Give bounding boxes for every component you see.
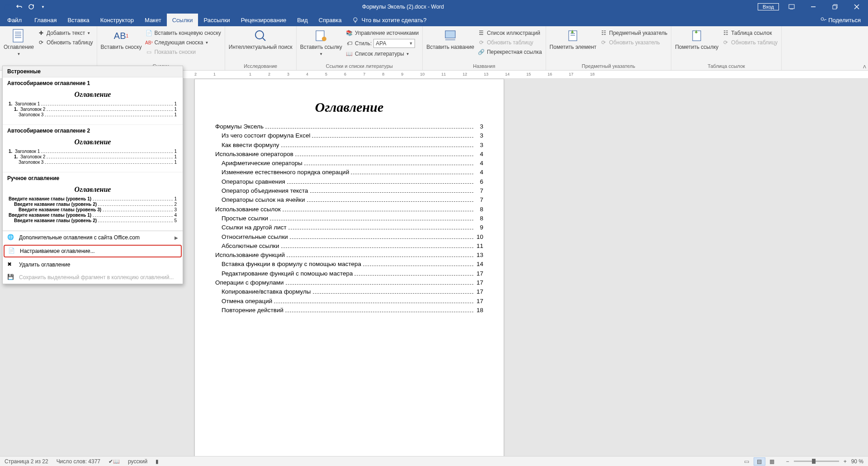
status-spellcheck-icon[interactable]: ✔📖	[108, 458, 120, 465]
add-text-icon: ✚	[38, 29, 45, 37]
list-icon: ☰	[478, 29, 485, 37]
gallery-custom-toc[interactable]: 📄Настраиваемое оглавление...	[4, 245, 182, 257]
view-print-icon[interactable]: ▤	[754, 457, 765, 466]
tab-mailings[interactable]: Рассылки	[198, 14, 235, 26]
update-index-button[interactable]: ⟳Обновить указатель	[598, 38, 669, 47]
status-language[interactable]: русский	[128, 458, 147, 465]
insert-caption-button[interactable]: Вставить название	[425, 28, 476, 52]
toc-row[interactable]: Отмена операций17	[215, 298, 483, 304]
toc-row[interactable]: Простые ссылки8	[215, 215, 483, 222]
toc-row[interactable]: Копирование/вставка формулы17	[215, 288, 483, 295]
insert-footnote-button[interactable]: AB1 Вставить сноску	[99, 28, 144, 52]
next-footnote-button[interactable]: AB¹Следующая сноска ▼	[143, 38, 222, 47]
undo-icon[interactable]	[14, 1, 25, 12]
update-index-icon: ⟳	[600, 39, 607, 46]
zoom-level[interactable]: 90 %	[851, 458, 863, 465]
toc-row[interactable]: Относительные ссылки10	[215, 233, 483, 240]
tab-references[interactable]: Ссылки	[167, 14, 198, 26]
toc-label: Оглавление	[4, 44, 34, 50]
toc-row[interactable]: Повторение действий18	[215, 307, 483, 314]
svg-point-13	[255, 31, 264, 39]
gallery-more-office[interactable]: 🌐Дополнительные оглавления с сайта Offic…	[3, 231, 183, 244]
toc-button[interactable]: Оглавление▼	[2, 28, 36, 58]
ribbon: Оглавление▼ ✚Добавить текст ▼ ⟳Обновить …	[0, 26, 868, 71]
gallery-save-selection: 💾Сохранить выделенный фрагмент в коллекц…	[3, 271, 183, 284]
bibliography-icon: 📖	[346, 50, 353, 57]
gallery-auto1[interactable]: Автособираемое оглавление 1 Оглавление 1…	[3, 77, 183, 125]
view-read-icon[interactable]: ▭	[741, 457, 753, 466]
redo-icon[interactable]	[26, 1, 37, 12]
maximize-icon[interactable]	[826, 0, 844, 14]
update-toa-icon: ⟳	[722, 39, 729, 46]
smart-lookup-button[interactable]: Интеллектуальный поиск	[227, 28, 294, 52]
insert-endnote-button[interactable]: 📄Вставить концевую сноску	[143, 29, 222, 38]
toc-row[interactable]: Формулы Эксель3	[215, 123, 483, 130]
index-icon: ☷	[600, 29, 607, 37]
toc-row[interactable]: Абсолютные ссылки11	[215, 243, 483, 249]
toc-gallery: Встроенные Автособираемое оглавление 1 О…	[2, 66, 183, 284]
zoom-slider[interactable]	[794, 461, 839, 462]
gallery-auto2[interactable]: Автособираемое оглавление 2 Оглавление 1…	[3, 125, 183, 172]
toc-row[interactable]: Использование операторов4	[215, 151, 483, 157]
toc-row[interactable]: Как ввести формулу3	[215, 142, 483, 148]
toc-row[interactable]: Использование ссылок8	[215, 206, 483, 213]
bibliography-button[interactable]: 📖Список литературы ▼	[344, 49, 420, 58]
qat-customize-icon[interactable]: ▼	[38, 1, 48, 12]
toc-row[interactable]: Из чего состоит формула Excel3	[215, 132, 483, 139]
share-button[interactable]: Поделиться	[820, 14, 868, 26]
update-toa-button[interactable]: ⟳Обновить таблицу	[720, 38, 779, 47]
save-icon[interactable]	[2, 1, 13, 12]
tell-me[interactable]: Что вы хотите сделать?	[347, 14, 427, 26]
update-figures-icon: ⟳	[478, 39, 485, 46]
tab-insert[interactable]: Вставка	[62, 14, 94, 26]
view-web-icon[interactable]: ▦	[766, 457, 778, 466]
toc-row[interactable]: Операторы сравнения6	[215, 178, 483, 185]
gallery-remove-toc[interactable]: ✖Удалить оглавление	[3, 258, 183, 271]
show-notes-button[interactable]: ▭Показать сноски	[143, 48, 222, 57]
tab-review[interactable]: Рецензирование	[236, 14, 292, 26]
zoom-out-icon[interactable]: −	[786, 458, 789, 465]
collapse-ribbon-icon[interactable]: ᐱ	[863, 64, 866, 69]
status-words[interactable]: Число слов: 4377	[57, 458, 100, 465]
toc-row[interactable]: Операции с формулами17	[215, 279, 483, 286]
toc-row[interactable]: Операторы ссылок на ячейки7	[215, 196, 483, 203]
close-icon[interactable]	[848, 0, 866, 14]
toc-row[interactable]: Использование функций13	[215, 252, 483, 258]
update-figures-button[interactable]: ⟳Обновить таблицу	[476, 38, 544, 47]
citation-icon	[314, 29, 328, 43]
tab-home[interactable]: Главная	[29, 14, 62, 26]
ribbon-display-icon[interactable]	[783, 0, 801, 14]
toc-row[interactable]: Редактирование функций с помощью мастера…	[215, 270, 483, 277]
mark-citation-button[interactable]: Пометить ссылку	[673, 28, 720, 52]
minimize-icon[interactable]	[804, 0, 822, 14]
mark-entry-button[interactable]: Пометить элемент	[548, 28, 599, 52]
toc-row[interactable]: Изменение естественного порядка операций…	[215, 169, 483, 176]
add-text-button[interactable]: ✚Добавить текст ▼	[36, 29, 95, 38]
insert-toa-button[interactable]: ☷Таблица ссылок	[720, 29, 779, 38]
status-macro-icon[interactable]: ▮	[156, 458, 159, 465]
tab-help[interactable]: Справка	[313, 14, 347, 26]
toc-row[interactable]: Ссылки на другой лист9	[215, 224, 483, 231]
gallery-manual[interactable]: Ручное оглавление Оглавление Введите наз…	[3, 172, 183, 231]
toc-row[interactable]: Оператор объединения текста7	[215, 187, 483, 194]
manage-sources-button[interactable]: 📚Управление источниками	[344, 29, 420, 38]
style-select[interactable]: APA▼	[373, 39, 415, 48]
toc-row[interactable]: Арифметические операторы4	[215, 160, 483, 166]
tab-file[interactable]: Файл	[0, 14, 29, 26]
cross-reference-button[interactable]: 🔗Перекрестная ссылка	[476, 48, 544, 57]
tab-design[interactable]: Конструктор	[95, 14, 139, 26]
tab-view[interactable]: Вид	[292, 14, 313, 26]
table-of-figures-button[interactable]: ☰Список иллюстраций	[476, 29, 544, 38]
citation-style[interactable]: 🏷Стиль: APA▼	[344, 38, 420, 49]
insert-index-button[interactable]: ☷Предметный указатель	[598, 29, 669, 38]
zoom-in-icon[interactable]: +	[844, 458, 847, 465]
toc-row[interactable]: Вставка функции в формулу с помощью маст…	[215, 261, 483, 267]
insert-citation-button[interactable]: Вставить ссылку▼	[298, 28, 344, 58]
ribbon-tabs: Файл Главная Вставка Конструктор Макет С…	[0, 14, 868, 26]
login-button[interactable]: Вход	[758, 3, 779, 10]
update-toc-button[interactable]: ⟳Обновить таблицу	[36, 38, 95, 47]
chevron-down-icon: ▼	[409, 41, 413, 46]
status-page[interactable]: Страница 2 из 22	[5, 458, 48, 465]
footnote-icon: AB1	[114, 29, 128, 43]
tab-layout[interactable]: Макет	[139, 14, 167, 26]
